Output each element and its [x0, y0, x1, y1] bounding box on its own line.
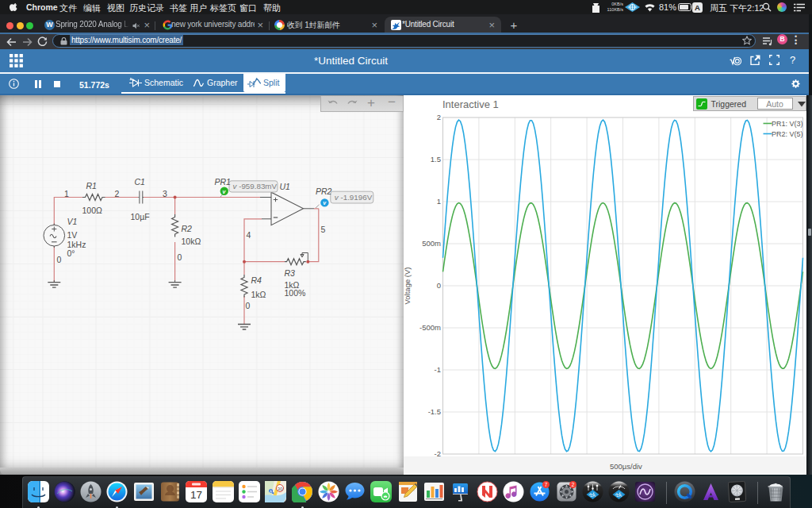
svg-text:V1: V1 — [67, 217, 78, 226]
svg-text:PR1: V(3): PR1: V(3) — [772, 120, 803, 128]
svg-text:PR2: PR2 — [316, 187, 332, 196]
svg-text:7: 7 — [545, 482, 548, 487]
svg-text:0: 0 — [246, 301, 251, 310]
svg-text:R1: R1 — [86, 181, 97, 190]
svg-text:1: 1 — [64, 189, 69, 198]
svg-text:R3: R3 — [285, 268, 296, 278]
svg-text:-2: -2 — [435, 449, 441, 458]
svg-text:LA: LA — [590, 493, 596, 498]
svg-text:30: 30 — [278, 487, 283, 491]
svg-text:100Ω: 100Ω — [82, 206, 103, 215]
svg-text:1kΩ: 1kΩ — [251, 290, 266, 299]
svg-text:PR2: V(5): PR2: V(5) — [772, 130, 803, 138]
svg-text:Voltage (V): Voltage (V) — [404, 267, 412, 305]
svg-text:4: 4 — [247, 230, 251, 240]
svg-text:500µs/div: 500µs/div — [610, 462, 642, 471]
svg-text:C1: C1 — [135, 177, 145, 187]
svg-text:1.5: 1.5 — [431, 155, 441, 164]
svg-text:100%: 100% — [285, 288, 306, 298]
svg-text:v -1.9196V: v -1.9196V — [335, 193, 373, 202]
svg-text:PR1: PR1 — [215, 177, 231, 187]
svg-text:0: 0 — [178, 252, 182, 262]
svg-text:-500m: -500m — [419, 323, 441, 332]
svg-text:0°: 0° — [67, 248, 75, 258]
svg-text:0: 0 — [437, 281, 441, 290]
svg-text:10kΩ: 10kΩ — [182, 237, 201, 246]
svg-text:R4: R4 — [251, 275, 262, 285]
svg-text:-1.5: -1.5 — [428, 407, 441, 416]
svg-text:500m: 500m — [422, 239, 441, 248]
svg-text:10µF: 10µF — [131, 212, 150, 221]
svg-text:-1: -1 — [435, 365, 441, 374]
svg-text:LA: LA — [616, 493, 622, 498]
svg-text:R2: R2 — [182, 224, 193, 233]
svg-text:v -959.83mV: v -959.83mV — [233, 182, 278, 190]
svg-text:17: 17 — [190, 489, 202, 501]
svg-text:2: 2 — [571, 482, 574, 487]
svg-text:0: 0 — [57, 255, 62, 264]
svg-text:2: 2 — [437, 113, 441, 121]
svg-text:1V: 1V — [67, 230, 78, 240]
svg-text:1: 1 — [437, 197, 441, 206]
svg-text:3: 3 — [163, 189, 167, 198]
svg-text:2: 2 — [115, 189, 120, 198]
svg-text:5: 5 — [321, 225, 326, 234]
svg-text:U1: U1 — [280, 182, 290, 191]
